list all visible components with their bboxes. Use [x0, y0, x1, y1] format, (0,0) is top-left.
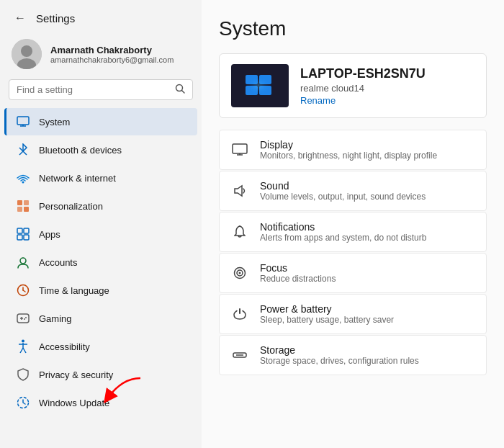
- svg-point-40: [247, 77, 270, 94]
- personalization-icon: [16, 199, 30, 213]
- bluetooth-icon: [16, 143, 30, 157]
- power-desc: Sleep, battery usage, battery saver: [260, 315, 394, 325]
- search-box[interactable]: [9, 79, 193, 100]
- sidebar-item-time[interactable]: Time & language: [4, 277, 197, 304]
- sidebar-item-bluetooth[interactable]: Bluetooth & devices: [4, 136, 197, 163]
- svg-rect-12: [24, 200, 29, 205]
- svg-point-10: [22, 182, 24, 184]
- sidebar-item-label: Apps: [39, 229, 60, 240]
- sidebar-item-label: Personalization: [39, 201, 103, 212]
- sidebar-item-label: Bluetooth & devices: [39, 145, 122, 156]
- settings-item-power[interactable]: Power & batterySleep, battery usage, bat…: [219, 294, 487, 334]
- notifications-desc: Alerts from apps and system, do not dist…: [260, 233, 426, 243]
- accessibility-icon: [16, 339, 30, 354]
- svg-line-22: [23, 290, 25, 292]
- device-info: LAPTOP-ESH2SN7U realme cloud14 Rename: [300, 66, 426, 106]
- sidebar-item-label: System: [39, 117, 70, 127]
- settings-item-storage[interactable]: StorageStorage space, drives, configurat…: [219, 335, 487, 375]
- storage-desc: Storage space, drives, configuration rul…: [260, 356, 419, 366]
- svg-line-32: [23, 348, 26, 353]
- app-title: Settings: [36, 12, 75, 24]
- device-thumbnail: [231, 64, 289, 107]
- svg-line-31: [20, 348, 23, 353]
- focus-desc: Reduce distractions: [260, 274, 336, 284]
- svg-rect-18: [24, 235, 29, 240]
- apps-icon: [16, 227, 30, 241]
- svg-line-4: [182, 91, 185, 94]
- search-input[interactable]: [17, 84, 171, 95]
- nav-menu: SystemBluetooth & devicesNetwork & inter…: [0, 107, 202, 417]
- network-icon: [16, 171, 30, 185]
- settings-list: DisplayMonitors, brightness, night light…: [219, 130, 487, 375]
- sidebar-item-label: Network & internet: [39, 173, 116, 184]
- sidebar-item-label: Time & language: [39, 285, 109, 296]
- notifications-label: Notifications: [260, 221, 426, 233]
- display-desc: Monitors, brightness, night light, displ…: [260, 151, 437, 161]
- sidebar-item-accounts[interactable]: Accounts: [4, 248, 197, 276]
- sidebar-item-apps[interactable]: Apps: [4, 220, 197, 248]
- sidebar-item-gaming[interactable]: Gaming: [4, 305, 197, 332]
- sound-desc: Volume levels, output, input, sound devi…: [260, 192, 426, 202]
- sound-settings-icon: [230, 181, 250, 201]
- update-icon: [16, 395, 30, 410]
- user-name: Amarnath Chakraborty: [50, 45, 174, 55]
- storage-settings-icon: [230, 345, 250, 365]
- sidebar-item-update[interactable]: Windows Update: [4, 389, 197, 416]
- privacy-icon: [16, 367, 30, 382]
- sidebar-item-label: Privacy & security: [39, 369, 113, 380]
- sidebar-item-label: Accounts: [39, 257, 77, 268]
- user-info: Amarnath Chakraborty amarnathchakraborty…: [50, 45, 174, 64]
- device-name: LAPTOP-ESH2SN7U: [300, 66, 426, 81]
- display-settings-icon: [230, 140, 250, 160]
- sidebar-item-privacy[interactable]: Privacy & security: [4, 361, 197, 388]
- sidebar-item-label: Gaming: [39, 313, 72, 324]
- title-bar: ← Settings: [0, 0, 202, 33]
- sidebar: ← Settings Amarnath Chakraborty amarnath…: [0, 0, 202, 448]
- time-icon: [16, 283, 30, 297]
- svg-line-9: [19, 151, 23, 155]
- user-email: amarnathchakraborty6@gmail.com: [50, 55, 174, 64]
- svg-rect-14: [24, 207, 29, 212]
- avatar-icon: [12, 39, 42, 69]
- device-model: realme cloud14: [300, 83, 426, 94]
- sound-label: Sound: [260, 180, 426, 192]
- svg-rect-41: [233, 144, 247, 153]
- svg-point-19: [20, 258, 26, 264]
- notifications-settings-icon: [230, 222, 250, 242]
- settings-item-notifications[interactable]: NotificationsAlerts from apps and system…: [219, 212, 487, 252]
- svg-point-28: [22, 340, 24, 343]
- gaming-icon: [16, 311, 30, 326]
- accounts-icon: [16, 255, 30, 269]
- sidebar-item-accessibility[interactable]: Accessibility: [4, 333, 197, 360]
- main-content: System: [202, 0, 504, 448]
- settings-item-focus[interactable]: FocusReduce distractions: [219, 253, 487, 293]
- svg-point-27: [24, 318, 25, 320]
- settings-item-sound[interactable]: SoundVolume levels, output, input, sound…: [219, 171, 487, 211]
- search-icon: [175, 84, 185, 96]
- sidebar-item-label: Accessibility: [39, 341, 90, 352]
- power-label: Power & battery: [260, 303, 394, 315]
- svg-rect-16: [24, 228, 29, 233]
- user-profile[interactable]: Amarnath Chakraborty amarnathchakraborty…: [0, 33, 202, 79]
- rename-link[interactable]: Rename: [300, 95, 426, 106]
- sidebar-item-system[interactable]: System: [4, 108, 197, 135]
- svg-rect-5: [17, 117, 29, 125]
- svg-rect-17: [17, 235, 22, 240]
- svg-point-46: [239, 272, 241, 274]
- focus-settings-icon: [230, 263, 250, 283]
- device-card: LAPTOP-ESH2SN7U realme cloud14 Rename: [219, 53, 487, 118]
- focus-label: Focus: [260, 262, 336, 274]
- svg-point-26: [25, 317, 27, 318]
- sidebar-item-network[interactable]: Network & internet: [4, 164, 197, 192]
- settings-item-display[interactable]: DisplayMonitors, brightness, night light…: [219, 130, 487, 170]
- svg-point-1: [21, 45, 32, 57]
- storage-label: Storage: [260, 344, 419, 356]
- power-settings-icon: [230, 304, 250, 324]
- svg-rect-15: [17, 228, 22, 233]
- avatar: [12, 39, 42, 69]
- display-label: Display: [260, 139, 437, 151]
- svg-rect-13: [17, 207, 22, 212]
- back-button[interactable]: ←: [12, 10, 29, 26]
- sidebar-item-personalization[interactable]: Personalization: [4, 192, 197, 220]
- system-icon: [16, 115, 30, 129]
